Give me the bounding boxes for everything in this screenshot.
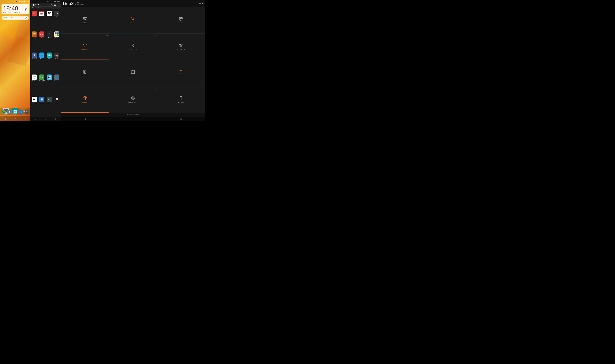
qs-eco-energy-dots[interactable]: ••• xyxy=(107,61,108,63)
store-icon[interactable]: 🏪 xyxy=(54,4,56,6)
qs-dnd-label: NE PAS DÉRA... xyxy=(128,102,137,103)
qs-header: 18:52 JEUDI 27 MARS 2014 ✏ ≡ xyxy=(61,0,205,7)
qs-eco-dots[interactable]: ••• xyxy=(107,8,108,10)
app-htc[interactable]: HTC Guide HTC xyxy=(39,74,45,95)
apps-nav-bar: ◁ ○ □ xyxy=(30,117,61,121)
qs-eco-energy-label: ÉCO ÉNERGIE xyxy=(81,76,89,77)
apps-subtitle: Personnalisé xyxy=(30,7,61,9)
app-tv[interactable]: ⏻ TV xyxy=(53,10,60,30)
applis-title: Applis ▾ xyxy=(32,3,39,6)
htcmini-icon xyxy=(179,96,183,101)
lock-screen: 🛒 📳 ▲ ▌▌ 58% ▬ 18:48 18:48 JEU., 27 MARS… xyxy=(0,0,30,121)
svg-point-10 xyxy=(85,46,85,47)
qs-tile-wifi[interactable]: Humanoid ••• xyxy=(61,33,109,60)
qs-tile-data[interactable]: DONNÉES MO... ••• xyxy=(157,60,205,86)
qs-brightness-label: LUMINOSITÉ xyxy=(129,22,137,24)
qs-day: JEUDI xyxy=(75,1,84,3)
qs-edit-icon[interactable]: ✏ xyxy=(199,2,201,5)
qs-tile-ecoenergy[interactable]: ÉCO ÉNERGIE ••• xyxy=(61,60,109,86)
apps-toolbar: Applis ▾ 🔍 🏪 ⋮ xyxy=(30,3,61,7)
qs-nav-bar: ◁ ○ □ xyxy=(61,117,205,121)
app-facebook[interactable]: f Facebook xyxy=(31,52,38,73)
dock-phone[interactable]: 📞 xyxy=(1,110,6,114)
leaf-icon xyxy=(83,17,87,22)
lock-location: PARIS, 10°c xyxy=(14,12,22,13)
app-galerie[interactable]: 🖼 Galerie xyxy=(31,31,38,51)
app-maps[interactable]: 🗺 Maps xyxy=(46,10,53,30)
qs-htcmini-label: HTC MINI+ xyxy=(178,102,184,103)
qs-nav-recent[interactable]: □ xyxy=(180,118,181,120)
google-search-bar[interactable]: Applis 🎤 xyxy=(1,16,29,20)
app-bourse[interactable]: 📈 Bourse xyxy=(53,96,60,116)
brightness-icon xyxy=(131,17,135,22)
apps-status-bar: 📳 ✓ 📳 ▲ ▌▌ 58% 18:48 xyxy=(30,0,61,3)
more-icon[interactable]: ⋮ xyxy=(57,4,59,6)
nav-recent-icon[interactable]: □ xyxy=(25,118,26,120)
dock-camera[interactable]: 📷 xyxy=(25,110,29,114)
app-media[interactable]: 🎵 Média xyxy=(46,31,53,51)
lock-time: 18:48 xyxy=(26,1,29,2)
app-horloge[interactable]: 🕐 Horloge xyxy=(31,74,38,95)
apps-wifi: ▲ xyxy=(49,1,51,2)
lock-date: JEU., 27 MARS xyxy=(3,12,13,13)
app-productivite[interactable]: 📋 Productivité xyxy=(39,96,45,116)
apps-nav-home[interactable]: ○ xyxy=(45,118,46,120)
dock-all-apps[interactable] xyxy=(13,110,17,114)
qs-tile-settings[interactable]: PARAMÈTRES xyxy=(157,7,205,33)
qs-rotation-label: ROTATION AUTO xyxy=(128,76,138,77)
qs-tile-htcmini[interactable]: HTC MINI+ xyxy=(157,86,205,113)
app-enfant[interactable]: 👨‍👧 Mode Enfant xyxy=(46,74,53,95)
ecopower-icon xyxy=(83,70,87,75)
wifi-icon2: ▲ xyxy=(17,1,19,2)
nav-home-icon[interactable]: ○ xyxy=(15,118,16,120)
qs-data-dots[interactable]: ••• xyxy=(203,61,204,63)
qs-bt-label: BLUETOOTH xyxy=(129,49,137,50)
qs-dnd-dots[interactable]: ••• xyxy=(154,88,156,89)
app-agenda[interactable]: 31 Agenda xyxy=(39,10,45,30)
apps-signal: ▌▌ xyxy=(51,1,53,2)
apps-grid: ✉ E-Mail 31 Agenda xyxy=(30,9,61,117)
app-zoe[interactable]: Zoe Zoe xyxy=(39,31,45,51)
qs-wifi-label: Humanoid xyxy=(82,49,88,50)
lock-status-bar: 🛒 📳 ▲ ▌▌ 58% ▬ 18:48 xyxy=(0,0,30,3)
dock-message[interactable]: 💬 xyxy=(7,110,12,114)
qs-menu-icon[interactable]: ≡ xyxy=(202,2,204,5)
app-parametres[interactable]: ⚙ Paramètres xyxy=(46,96,53,116)
qs-wifi-dots[interactable]: ••• xyxy=(107,35,108,36)
qs-tile-dnd[interactable]: NE PAS DÉRA... ••• xyxy=(109,86,157,113)
apps-nav-recent[interactable]: □ xyxy=(55,118,56,120)
search-icon[interactable]: 🔍 xyxy=(51,4,53,6)
google-logo xyxy=(3,17,7,18)
qs-tile-rotation[interactable]: ROTATION AUTO xyxy=(109,60,157,86)
app-contacts[interactable]: 👤 Contacts xyxy=(53,74,60,95)
nav-back-icon[interactable]: ◁ xyxy=(4,118,6,120)
qs-tile-eco[interactable]: MODE ÉCO D'... ••• xyxy=(61,7,109,33)
signal-bars: ▌▌ xyxy=(19,1,21,2)
app-twitter[interactable]: 🐦 Twitter xyxy=(39,52,45,73)
qs-tiles-grid: MODE ÉCO D'... ••• LUMINOSITÉ ••• xyxy=(61,7,205,113)
qs-tile-brightness[interactable]: LUMINOSITÉ ••• xyxy=(109,7,157,33)
qs-sim-notice: Aucune carte SIM xyxy=(61,113,205,117)
apps-time: 18:48 xyxy=(56,1,60,2)
qs-tile-bluetooth[interactable]: BLUETOOTH ••• xyxy=(109,33,157,60)
dock-browser[interactable]: 🌐 xyxy=(19,110,23,114)
qs-tile-vibrate[interactable]: VIBREUR xyxy=(61,86,109,113)
apps-nav-back[interactable]: ◁ xyxy=(35,118,36,120)
app-email[interactable]: ✉ E-Mail xyxy=(31,10,38,30)
app-playstore[interactable]: ▶ Play Store xyxy=(31,96,38,116)
qs-settings-label: PARAMÈTRES xyxy=(177,22,185,24)
qs-bt-dots[interactable]: ••• xyxy=(154,35,156,36)
qs-brightness-dots[interactable]: ••• xyxy=(154,8,156,10)
data-icon xyxy=(179,70,183,75)
qs-nav-back[interactable]: ◁ xyxy=(84,118,86,120)
dnd-icon xyxy=(131,96,135,101)
qs-tile-airplane[interactable]: MODE AVION xyxy=(157,33,205,60)
app-voiture[interactable]: 🚗 Mode voiture xyxy=(53,52,60,73)
qs-nav-home[interactable]: ○ xyxy=(133,118,134,120)
app-google[interactable]: Google xyxy=(53,31,60,51)
app-drawer: 📳 ✓ 📳 ▲ ▌▌ 58% 18:48 Applis ▾ 🔍 🏪 ⋮ Pers… xyxy=(30,0,61,121)
app-fitbit[interactable]: Fitbit Fitbit xyxy=(46,52,53,73)
svg-point-9 xyxy=(180,18,182,19)
mic-icon[interactable]: 🎤 xyxy=(25,17,27,19)
airplane-icon xyxy=(179,43,183,48)
